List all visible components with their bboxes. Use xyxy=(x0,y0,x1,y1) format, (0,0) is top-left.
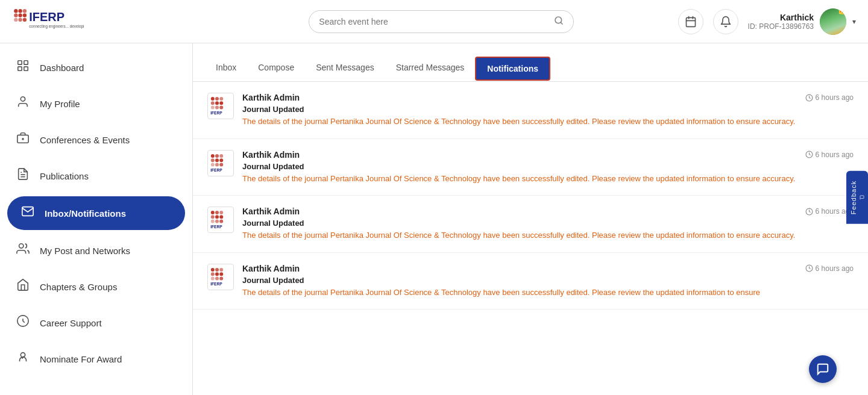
svg-point-60 xyxy=(219,219,223,223)
sidebar-item-my-profile[interactable]: My Profile xyxy=(0,86,192,122)
tab-inbox[interactable]: Inbox xyxy=(205,55,247,81)
svg-text:connecting engineers... develo: connecting engineers... developing resea… xyxy=(29,23,84,28)
svg-rect-13 xyxy=(686,17,695,26)
search-box[interactable] xyxy=(309,10,574,33)
notification-item[interactable]: IFERP Karthik Admin 6 hours ago Journal … xyxy=(193,253,868,310)
notif-header: Karthik Admin 6 hours ago xyxy=(242,207,854,216)
avatar: 👑 xyxy=(820,8,846,35)
clock-icon xyxy=(805,94,813,102)
svg-point-41 xyxy=(211,154,215,158)
svg-point-4 xyxy=(18,13,22,17)
svg-text:IFERP: IFERP xyxy=(210,225,222,229)
notif-content: Karthik Admin 6 hours ago Journal Update… xyxy=(242,150,854,185)
notification-item[interactable]: IFERP Karthik Admin 6 hours ago Journal … xyxy=(193,196,868,253)
svg-point-47 xyxy=(211,163,215,166)
logo[interactable]: IFERP connecting engineers... developing… xyxy=(12,7,84,37)
inbox-icon xyxy=(19,205,36,222)
nominate-icon xyxy=(14,350,31,367)
conferences-icon xyxy=(14,131,31,148)
user-text: Karthick ID: PROF-13896763 xyxy=(748,13,814,31)
svg-point-48 xyxy=(215,163,219,166)
notif-time: 6 hours ago xyxy=(805,151,854,159)
svg-point-53 xyxy=(215,211,219,214)
svg-point-1 xyxy=(18,9,22,13)
feedback-button[interactable]: Feedback xyxy=(846,171,868,224)
sidebar-label-publications: Publications xyxy=(40,171,89,181)
notif-sender: Karthik Admin xyxy=(242,93,300,102)
notification-item[interactable]: IFERP Karthik Admin 6 hours ago Journal … xyxy=(193,82,868,139)
notif-content: Karthik Admin 6 hours ago Journal Update… xyxy=(242,264,854,299)
notif-sender: Karthik Admin xyxy=(242,150,300,160)
chevron-down-icon: ▾ xyxy=(852,17,856,26)
notif-title: Journal Updated xyxy=(242,219,854,228)
sidebar-item-nominate[interactable]: Nominate For Award xyxy=(0,341,192,377)
content-area: Inbox Compose Sent Messages Starred Mess… xyxy=(193,43,868,395)
svg-rect-20 xyxy=(24,67,28,70)
sidebar-label-inbox: Inbox/Notifications xyxy=(45,208,126,219)
svg-point-6 xyxy=(14,17,17,21)
svg-point-2 xyxy=(23,9,27,13)
svg-point-55 xyxy=(211,215,215,219)
notif-title: Journal Updated xyxy=(242,105,854,114)
svg-point-27 xyxy=(19,244,24,248)
svg-point-70 xyxy=(215,276,219,280)
svg-text:IFERP: IFERP xyxy=(29,10,64,23)
notif-title: Journal Updated xyxy=(242,276,854,285)
sidebar-item-dashboard[interactable]: Dashboard xyxy=(0,49,192,86)
notif-body: The details of the journal Pertanika Jou… xyxy=(242,229,854,241)
user-name: Karthick xyxy=(748,13,814,22)
svg-point-52 xyxy=(211,211,215,214)
sidebar-item-career[interactable]: Career Support xyxy=(0,305,192,341)
tab-starred[interactable]: Starred Messages xyxy=(385,55,476,81)
career-icon xyxy=(14,314,31,331)
notification-bell-button[interactable] xyxy=(713,9,738,34)
chat-button[interactable] xyxy=(809,355,837,383)
notif-avatar: IFERP xyxy=(207,150,234,176)
svg-rect-17 xyxy=(18,61,22,64)
sidebar-label-conferences: Conferences & Events xyxy=(40,135,130,145)
clock-icon xyxy=(805,208,813,216)
dashboard-icon xyxy=(14,59,31,76)
notif-body: The details of the journal Pertanika Jou… xyxy=(242,173,854,185)
notif-body: The details of the journal Pertanika Jou… xyxy=(242,287,854,299)
svg-point-71 xyxy=(219,276,223,280)
feedback-icon xyxy=(860,193,864,202)
sidebar-label-my-post: My Post and Networks xyxy=(40,246,130,256)
sidebar-item-inbox[interactable]: Inbox/Notifications xyxy=(7,196,185,230)
svg-point-58 xyxy=(211,219,215,223)
sidebar-item-conferences[interactable]: Conferences & Events xyxy=(0,122,192,158)
calendar-icon-button[interactable] xyxy=(678,9,703,34)
svg-point-69 xyxy=(211,276,215,280)
notif-avatar: IFERP xyxy=(207,93,234,119)
svg-point-45 xyxy=(215,158,219,162)
svg-rect-19 xyxy=(18,67,22,70)
svg-point-3 xyxy=(14,13,17,17)
sidebar-label-dashboard: Dashboard xyxy=(40,63,84,73)
notif-header: Karthik Admin 6 hours ago xyxy=(242,93,854,102)
svg-point-57 xyxy=(219,215,223,219)
header: IFERP connecting engineers... developing… xyxy=(0,0,868,43)
svg-point-63 xyxy=(211,268,215,272)
clock-icon xyxy=(805,151,813,158)
svg-rect-18 xyxy=(24,61,28,64)
notifications-list: IFERP Karthik Admin 6 hours ago Journal … xyxy=(193,82,868,395)
notification-item[interactable]: IFERP Karthik Admin 6 hours ago Journal … xyxy=(193,139,868,196)
main-layout: Dashboard My Profile Conferences & Event… xyxy=(0,43,868,395)
profile-icon xyxy=(14,95,31,112)
svg-point-36 xyxy=(211,105,215,109)
svg-point-30 xyxy=(211,97,215,101)
sidebar-item-publications[interactable]: Publications xyxy=(0,158,192,194)
svg-point-38 xyxy=(219,105,223,109)
svg-line-12 xyxy=(561,22,562,24)
search-input[interactable] xyxy=(319,17,554,26)
tab-sent[interactable]: Sent Messages xyxy=(305,55,385,81)
svg-point-43 xyxy=(219,154,223,158)
sidebar-item-chapters[interactable]: Chapters & Groups xyxy=(0,269,192,305)
notif-sender: Karthik Admin xyxy=(242,207,300,216)
tab-compose[interactable]: Compose xyxy=(247,55,305,81)
logo-area: IFERP connecting engineers... developing… xyxy=(12,7,205,37)
notif-content: Karthik Admin 6 hours ago Journal Update… xyxy=(242,93,854,128)
sidebar-item-my-post[interactable]: My Post and Networks xyxy=(0,232,192,269)
tab-notifications[interactable]: Notifications xyxy=(475,57,550,81)
user-info[interactable]: Karthick ID: PROF-13896763 👑 ▾ xyxy=(748,8,856,35)
